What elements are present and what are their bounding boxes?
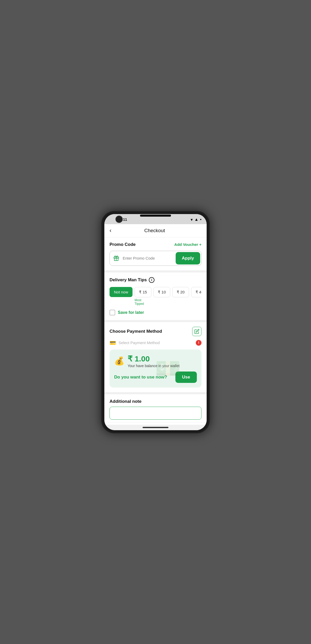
tip-40-button[interactable]: ₹ 40 — [191, 287, 201, 297]
info-label: i — [151, 278, 152, 282]
tip-option-40: ₹ 40 — [191, 287, 201, 302]
error-icon: ! — [198, 341, 199, 345]
wallet-bg-deco: 💵 — [155, 350, 181, 388]
tips-section: Delivery Man Tips i Not now ₹ 15 Most Ti… — [104, 272, 207, 322]
payment-edit-button[interactable] — [192, 327, 201, 336]
tip-10-button[interactable]: ₹ 10 — [153, 287, 170, 297]
wifi-icon: ▾ — [191, 217, 193, 222]
tips-header: Delivery Man Tips i — [110, 277, 201, 283]
payment-section: Choose Payment Method 💳 Select Payment M… — [104, 322, 207, 394]
home-bar — [143, 427, 168, 428]
select-payment-text: Select Payment Method — [119, 340, 193, 345]
tip-not-now-button[interactable]: Not now — [110, 287, 133, 297]
payment-title: Choose Payment Method — [110, 329, 162, 334]
signal-icon: ▲ — [194, 217, 198, 222]
promo-section: Promo Code Add Voucher + App — [104, 237, 207, 272]
payment-select-row: 💳 Select Payment Method ! — [110, 340, 201, 346]
save-label: Save for later — [118, 310, 144, 315]
tip-15-button[interactable]: ₹ 15 — [135, 287, 151, 297]
tips-options: Not now ₹ 15 Most Tipped ₹ 10 — [110, 287, 201, 306]
promo-header: Promo Code Add Voucher + — [110, 242, 201, 247]
payment-header: Choose Payment Method — [110, 327, 201, 336]
card-icon: 💳 — [110, 340, 116, 346]
tip-option-not-now: Not now — [110, 287, 133, 302]
ticket-icon — [113, 255, 119, 261]
promo-title: Promo Code — [110, 242, 136, 247]
header: ‹ Checkout — [104, 224, 207, 237]
most-tipped-label: Most Tipped — [135, 298, 151, 306]
phone-notch — [140, 215, 171, 217]
apply-button[interactable]: Apply — [176, 252, 200, 264]
save-checkbox[interactable] — [110, 310, 115, 315]
tip-20-button[interactable]: ₹ 20 — [172, 287, 189, 297]
error-badge: ! — [196, 340, 201, 346]
tips-title: Delivery Man Tips — [110, 277, 147, 283]
page-title: Checkout — [115, 228, 194, 233]
home-indicator — [104, 425, 207, 430]
back-button[interactable]: ‹ — [110, 228, 111, 233]
promo-input[interactable] — [123, 252, 175, 264]
wallet-emoji: 💰 — [114, 356, 125, 366]
info-icon[interactable]: i — [149, 277, 154, 283]
tip-option-20: ₹ 20 — [172, 287, 189, 302]
save-for-later[interactable]: Save for later — [110, 310, 201, 315]
phone-frame: 11:11 ▾ ▲ ▪ ‹ Checkout Promo Code Add Vo… — [101, 211, 210, 433]
edit-icon — [194, 329, 199, 334]
phone-camera — [115, 216, 123, 223]
status-icons: ▾ ▲ ▪ — [191, 217, 201, 222]
tip-option-10: ₹ 10 — [153, 287, 170, 302]
promo-input-row: Apply — [110, 251, 201, 266]
note-section: Additional note — [104, 394, 207, 422]
note-input[interactable] — [110, 407, 201, 420]
wallet-card: 💵 💰 ₹ 1.00 Your have balance in your wal… — [110, 350, 201, 388]
phone-screen: 11:11 ▾ ▲ ▪ ‹ Checkout Promo Code Add Vo… — [104, 214, 207, 430]
screen-content: ‹ Checkout Promo Code Add Voucher + — [104, 224, 207, 425]
tip-option-15: ₹ 15 Most Tipped — [135, 287, 151, 306]
total-section: Total Amount ₹239.46 — [104, 422, 207, 425]
note-title: Additional note — [110, 399, 201, 404]
ticket-icon-wrap — [110, 252, 123, 264]
battery-icon: ▪ — [200, 217, 201, 222]
add-voucher-button[interactable]: Add Voucher + — [174, 242, 201, 247]
